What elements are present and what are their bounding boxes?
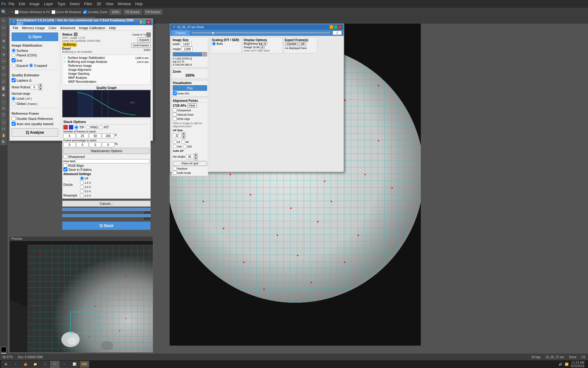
healing-brush-tool[interactable]: ⊕ xyxy=(1,51,7,57)
noise-robust-input[interactable] xyxy=(31,85,38,90)
as-minimize-btn[interactable]: – xyxy=(140,20,142,24)
analyse-button[interactable]: 2) Analyse xyxy=(12,128,58,137)
resize-windows-checkbox[interactable] xyxy=(15,10,19,14)
network-icon[interactable]: 📶 xyxy=(565,362,568,366)
as-close-btn[interactable]: × xyxy=(146,20,151,24)
blur-tool[interactable]: ◉ xyxy=(1,92,7,98)
planet-radio[interactable] xyxy=(12,53,16,57)
word-button[interactable]: W xyxy=(60,361,69,368)
frame-slider[interactable] xyxy=(192,32,330,34)
ps-menu-view[interactable]: View xyxy=(104,1,115,7)
clone-stamp-tool[interactable]: ⎘ xyxy=(1,65,7,71)
noise-robust-spinner[interactable]: ▲ ▼ xyxy=(39,83,42,91)
open-button[interactable]: 1) Open xyxy=(12,33,58,41)
fill-screen-button[interactable]: Fill Screen xyxy=(144,10,162,15)
drizzle-off[interactable]: Off xyxy=(80,176,91,180)
min-bright-spinner[interactable]: ▲ ▼ xyxy=(194,153,198,160)
gradient-tool[interactable]: ▓ xyxy=(1,85,7,91)
save-folders-checkbox[interactable] xyxy=(63,167,67,171)
stack-button[interactable]: 3) Stack xyxy=(62,221,151,230)
ps-menu-type[interactable]: Type xyxy=(55,1,67,7)
zoom-all-windows-check[interactable]: Zoom All Windows xyxy=(51,10,81,14)
ap-104-option[interactable]: 104 xyxy=(173,144,182,148)
global-radio[interactable] xyxy=(12,102,16,106)
frame-count-200[interactable] xyxy=(102,133,114,138)
drizzle-2-0[interactable]: 2.0 X xyxy=(80,185,91,189)
surface-radio[interactable] xyxy=(12,48,16,52)
marquee-tool[interactable]: ▭ xyxy=(1,24,7,30)
ps-menu-3d[interactable]: 3D xyxy=(95,1,103,7)
frame-pct-3[interactable] xyxy=(102,142,114,147)
local-option[interactable]: Local ( AP ) xyxy=(12,97,32,101)
history-brush-tool[interactable]: ↩ xyxy=(1,71,7,78)
expand-radio[interactable] xyxy=(12,63,16,67)
100pct-button[interactable]: 100% xyxy=(109,10,122,15)
lasso-tool[interactable]: ⌕ xyxy=(1,31,7,37)
sharpened-stack-checkbox[interactable] xyxy=(63,155,67,159)
height-input[interactable] xyxy=(182,47,193,52)
as-menu-file[interactable]: File xyxy=(11,26,20,30)
global-option[interactable]: Global ( Frame ) xyxy=(12,102,38,106)
as-menu-color[interactable]: Color xyxy=(47,26,58,30)
frame-pct-2[interactable] xyxy=(89,142,101,147)
ast-minimize-btn[interactable]: – xyxy=(330,25,333,29)
width-input[interactable] xyxy=(181,42,192,47)
foreground-color[interactable] xyxy=(1,347,6,352)
fit-screen-button[interactable]: Fit Screen xyxy=(123,10,142,15)
cmd-button[interactable]: ⬛ xyxy=(40,361,50,368)
limit-frames-button[interactable]: Limit Frames xyxy=(131,43,151,48)
double-stack-checkbox[interactable] xyxy=(12,117,16,121)
brush-tool[interactable]: ✏ xyxy=(1,58,7,64)
autostakkert-taskbar-btn[interactable]: AS! xyxy=(80,361,89,368)
cropped-option[interactable]: Cropped xyxy=(29,63,47,67)
noise-down[interactable]: ▼ xyxy=(39,87,42,91)
path-tool[interactable]: △ xyxy=(1,119,7,125)
move-tool[interactable]: ↖ xyxy=(1,17,7,24)
manual-draw-checkbox[interactable] xyxy=(173,113,177,117)
frame-number-input[interactable] xyxy=(333,31,342,35)
dodge-tool[interactable]: ○ xyxy=(1,98,7,105)
surface-option[interactable]: Surface xyxy=(12,48,58,52)
noise-up[interactable]: ▲ xyxy=(39,83,42,87)
ap-rgb-align-checkbox[interactable] xyxy=(173,117,177,121)
as-menu-advanced[interactable]: Advanced xyxy=(58,26,77,30)
ap-size-spinner[interactable]: ▲ ▼ xyxy=(182,132,186,139)
ap-size-input[interactable] xyxy=(173,133,181,138)
drizzle-3-0[interactable]: 3.0 X xyxy=(80,189,91,193)
expand-button[interactable]: Expand xyxy=(138,37,151,42)
all-button[interactable]: All xyxy=(299,42,306,46)
rgb-align-stack-checkbox[interactable] xyxy=(63,163,67,167)
frame-pct-1[interactable] xyxy=(76,142,89,147)
png-option[interactable]: PNG xyxy=(86,125,98,129)
frame-pct-0[interactable] xyxy=(63,142,76,147)
crop-tool[interactable]: ⊠ xyxy=(1,38,7,44)
sharpened-checkbox[interactable] xyxy=(173,108,177,112)
as-menu-calibration[interactable]: Image Calibration xyxy=(77,26,107,30)
auto-size-checkbox[interactable] xyxy=(12,122,16,126)
as-maximize-btn[interactable]: □ xyxy=(143,20,145,24)
frame-count-25[interactable] xyxy=(76,133,89,138)
resize-windows-check[interactable]: Resize Windows to Fit xyxy=(15,10,50,14)
brightness-adjust-btn[interactable]: ⚙ xyxy=(263,42,267,45)
frame-count-5[interactable] xyxy=(63,133,76,138)
ps-menu-file[interactable]: File xyxy=(7,1,16,7)
firefox-button[interactable]: 🦊 xyxy=(21,361,30,368)
clear-aps-button[interactable]: Clear xyxy=(187,103,197,108)
tif-option[interactable]: TIF xyxy=(74,125,85,129)
eraser-tool[interactable]: ◻ xyxy=(1,78,7,84)
taskmgr-button[interactable]: 📊 xyxy=(70,361,79,368)
ps-menu-layer[interactable]: Layer xyxy=(42,1,55,7)
frames-tab[interactable]: Frames xyxy=(172,31,189,35)
volume-icon[interactable]: 🔊 xyxy=(559,362,562,366)
as-menu-memory[interactable]: Memory Usage xyxy=(20,26,47,30)
size-slider[interactable] xyxy=(173,52,207,56)
min-bright-down[interactable]: ▼ xyxy=(194,157,198,160)
cropped-radio[interactable] xyxy=(29,63,33,67)
fit-option[interactable]: FIT xyxy=(99,125,109,129)
scrubby-zoom-check[interactable]: Scrubby Zoom xyxy=(83,10,107,14)
ap-24-option[interactable]: 24 xyxy=(173,140,180,144)
ps-menu-select[interactable]: Select xyxy=(68,1,81,7)
range-adjust-btn[interactable]: ⚙ xyxy=(260,45,265,49)
laplace-checkbox[interactable] xyxy=(12,78,16,82)
zoom-plus-icon[interactable]: + xyxy=(11,10,13,14)
